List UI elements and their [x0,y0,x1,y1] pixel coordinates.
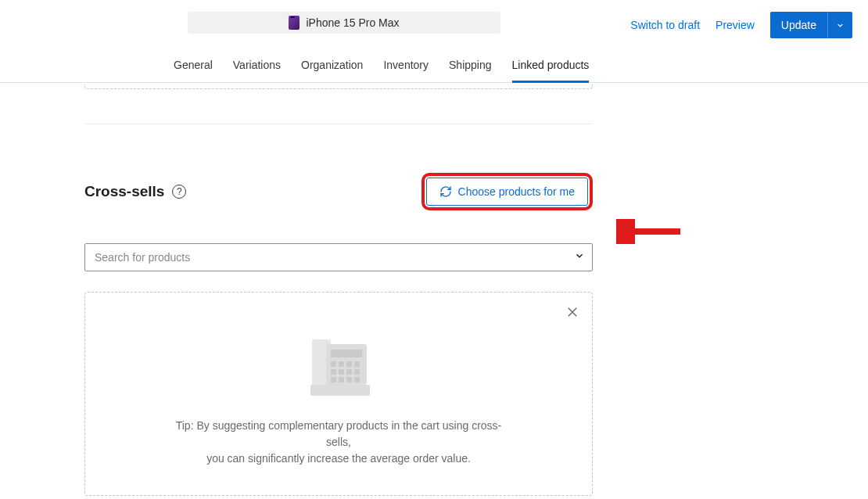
update-button[interactable]: Update [770,12,827,38]
product-tabs: General Variations Organization Inventor… [0,51,868,83]
editor-header: iPhone 15 Pro Max Switch to draft Previe… [0,0,868,12]
tab-shipping[interactable]: Shipping [449,51,492,82]
search-products-input[interactable] [84,243,593,271]
refresh-icon [439,185,452,198]
cross-sells-header: Cross-sells ? Choose products for me [84,173,593,210]
main-content: Cross-sells ? Choose products for me [84,84,593,496]
product-title-pill[interactable]: iPhone 15 Pro Max [188,12,500,34]
choose-products-button[interactable]: Choose products for me [426,178,588,206]
product-name: iPhone 15 Pro Max [306,16,399,29]
update-button-group: Update [770,12,852,38]
cross-sells-title: Cross-sells [84,183,164,200]
tip-text: Tip: By suggesting complementary product… [167,418,511,467]
switch-to-draft-link[interactable]: Switch to draft [630,19,700,31]
prev-section-bottom [84,84,593,89]
cross-sells-tip-box: Tip: By suggesting complementary product… [84,292,593,496]
header-actions: Switch to draft Preview Update [630,12,852,38]
cash-register-icon [307,339,370,396]
annotation-arrow-icon [616,219,683,247]
chevron-down-icon [836,21,845,30]
choose-products-label: Choose products for me [458,185,575,198]
update-dropdown-toggle[interactable] [827,12,852,38]
tab-general[interactable]: General [174,51,213,82]
tab-linked-products[interactable]: Linked products [512,51,590,82]
tab-variations[interactable]: Variations [233,51,281,82]
section-divider [84,124,593,124]
help-icon[interactable]: ? [172,185,186,199]
close-icon[interactable] [565,305,579,322]
preview-link[interactable]: Preview [716,19,755,31]
tab-inventory[interactable]: Inventory [383,51,429,82]
product-thumbnail-icon [289,16,299,30]
annotation-highlight: Choose products for me [421,173,593,210]
product-search-wrap [84,243,593,271]
tab-organization[interactable]: Organization [301,51,363,82]
